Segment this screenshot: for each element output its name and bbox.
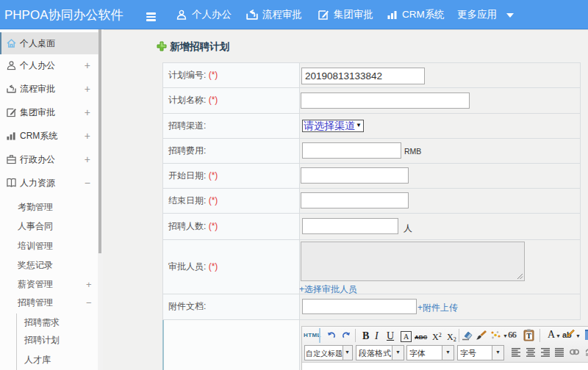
- svg-text:T: T: [526, 332, 531, 340]
